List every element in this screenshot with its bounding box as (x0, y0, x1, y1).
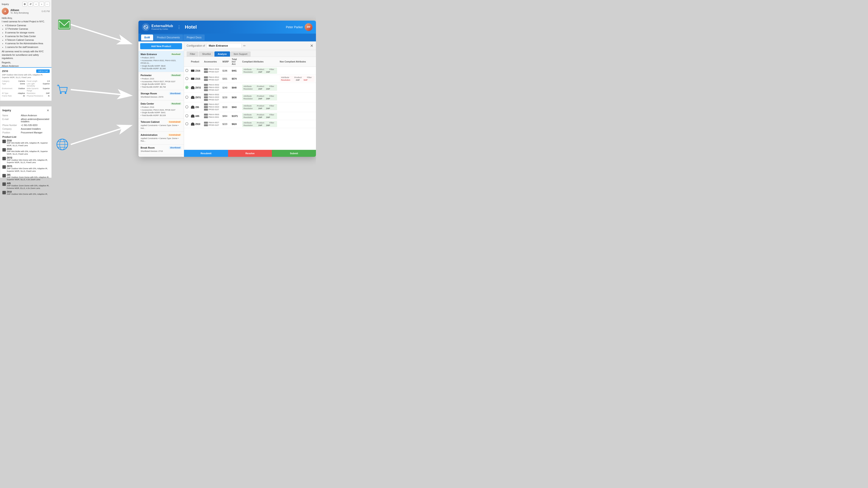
product-camera-icon (191, 86, 194, 89)
accessory-icon (204, 109, 208, 110)
product-icon (2, 174, 6, 177)
room-list-item[interactable]: Administration Constrained Applied Const… (138, 132, 184, 144)
table-row: Z315 PMAX-0512 PPOE-0107 $301$574 Attrib… (184, 75, 316, 83)
total-cell: $640 (230, 83, 241, 93)
svg-line-11 (71, 126, 130, 144)
cart-icon (56, 84, 68, 96)
email-time: 6:45 PM (42, 10, 50, 12)
product-list-item: Z85 2MP Outdoor Zoom Dome with D/N, Adap… (2, 174, 49, 181)
undo-button[interactable]: ↺ (28, 2, 33, 6)
accessory-icon (204, 124, 208, 126)
product-card-id: Z97/0 (2, 70, 8, 72)
add-new-product-button[interactable]: Add New Product (140, 43, 182, 49)
product-camera-icon (191, 78, 194, 80)
table-row: Z97/2 PMAX-0532 PMAX-0323 PPOE-0107 $240… (184, 83, 316, 93)
col-select (184, 57, 190, 67)
email-body: Hello Amy, I need cameras for a Hotel Pr… (2, 15, 50, 75)
accessory-label: PMAX-0323 (209, 86, 219, 89)
forward-button[interactable]: › (39, 2, 44, 6)
radio-button[interactable] (185, 69, 188, 72)
spec-row: Frame Rate30 (2, 95, 25, 97)
inquiry-close-button[interactable]: ✕ (46, 109, 49, 112)
tab-project-docs[interactable]: Project Docs (183, 34, 205, 40)
radio-button[interactable] (185, 114, 188, 117)
resolve-button[interactable]: Resolve (228, 150, 272, 157)
product-id: Z97/1 (195, 96, 201, 99)
svg-line-10 (71, 90, 130, 95)
accessory-label: PPOE-0107 (209, 89, 219, 91)
email-list-item: 17 Perimeter Cameras (5, 27, 50, 31)
envelope-icon (58, 20, 70, 30)
hub-project-title: Hotel (185, 24, 284, 30)
more-button[interactable]: ··· (45, 2, 50, 6)
room-list-item[interactable]: Main Entrance Resolved • Product: Z97/2•… (138, 51, 184, 72)
accessory-icon (204, 96, 208, 98)
sender-info: Allison To Amy Armstrong (10, 9, 40, 14)
submit-button[interactable]: Submit (272, 150, 316, 157)
product-icon (2, 165, 6, 169)
accessory-label: PMAX-0503 (209, 113, 219, 116)
msrp-cell: $884 (221, 112, 230, 120)
settings-button[interactable]: ⚙ (22, 2, 27, 6)
config-label: Configuration of (187, 44, 205, 47)
email-toolbar: ⚙ ↺ ‹ › ··· (22, 2, 50, 6)
product-list-item: Z316 2MP Mini Bullet with D/N, Adaptive … (2, 139, 49, 147)
config-tab-analyze[interactable]: Analyze (214, 52, 230, 57)
col-product: Product (190, 57, 203, 67)
table-row: Z85 PMAX-0527 PMAX-0323 PPOE-0107 $530$9… (184, 102, 316, 112)
spec-row: Focal Length2.8 (27, 80, 50, 82)
spec-row: Wide Dynamic RangeSuperior (27, 88, 50, 92)
hub-user: Peter Parker PP (286, 23, 312, 31)
product-card: Z97/0 Add to Cart 2MP Outdoor Mini Dome … (0, 67, 52, 101)
back-button[interactable]: ‹ (34, 2, 38, 6)
resubmit-button[interactable]: Resubmit (184, 150, 228, 157)
total-cell: $574 (230, 75, 241, 83)
add-to-cart-button[interactable]: Add to Cart (36, 69, 50, 73)
spec-row: Physical ResistanceIK (27, 95, 50, 97)
svg-point-1 (60, 92, 62, 94)
hub-window: ExternalHub Powered by Cortex ⋮ Hotel Pe… (138, 21, 316, 157)
room-list-item[interactable]: Data Center Resolved • Product: Z316• Ac… (138, 100, 184, 119)
col-accessories: Accessories (203, 57, 221, 67)
radio-button[interactable] (185, 96, 188, 99)
radio-button[interactable] (185, 105, 188, 108)
table-row: Z97/1 PMAX-0532 PMAX-0323 PPOE-0107 $230… (184, 93, 316, 102)
email-sender-row: A Allison To Amy Armstrong 6:45 PM (2, 8, 50, 15)
email-list-item: 4 Entrance Cameras (5, 24, 50, 27)
accessory-icon (204, 94, 208, 96)
total-cell: $630 (230, 93, 241, 102)
inquiry-field-row: NameAllison Anderson (2, 114, 49, 117)
config-tab-filter[interactable]: Filter (187, 52, 198, 57)
product-id: Z910 (195, 123, 200, 125)
accessory-icon (204, 103, 208, 105)
hub-menu-button[interactable]: ⋮ (177, 25, 181, 30)
accessory-label: PMAX-0527 (209, 103, 219, 105)
radio-button[interactable] (185, 77, 188, 80)
email-list-item: 8 cameras for the Data Center (5, 35, 50, 38)
product-id: Z315 (195, 78, 200, 80)
inquiry-panel: Inquiry ✕ NameAllison AndersonE-mailalli… (0, 106, 52, 178)
config-close-button[interactable]: ✕ (310, 43, 313, 48)
room-list-item[interactable]: Storage Room Shortlisted Shortlisted Dev… (138, 90, 184, 100)
accessory-icon (204, 87, 208, 89)
config-bottom-buttons: Resubmit Resolve Submit (184, 150, 316, 157)
hub-logo-title: ExternalHub (152, 24, 173, 28)
tab-product-documents[interactable]: Product Documents (154, 34, 183, 40)
config-tab-shortlist[interactable]: Shortlist (199, 52, 214, 57)
room-list-item[interactable]: Perimeter Resolved • Product: Z315• Acce… (138, 72, 184, 90)
accessory-icon (204, 122, 208, 124)
accessory-label: PMAX-0532 (209, 94, 219, 96)
config-name-input[interactable] (207, 43, 242, 48)
room-list-item[interactable]: Break Room Shortlisted Shortlisted Devic… (138, 144, 184, 155)
room-list-item[interactable]: Telecom Cabinet Constrained Applied Cons… (138, 119, 184, 131)
edit-icon[interactable]: ✏ (243, 44, 246, 47)
tab-bom[interactable]: BoM (141, 34, 153, 40)
accessory-label: PPOE-0107 (209, 79, 219, 81)
radio-button[interactable] (185, 122, 188, 125)
accessory-icon (204, 113, 208, 116)
radio-button[interactable] (185, 86, 188, 89)
config-tab-item-support[interactable]: Item Support (230, 52, 251, 57)
config-tabs: Filter Shortlist Analyze Item Support (184, 50, 316, 57)
product-icon (2, 157, 6, 160)
product-list-title: Product List (2, 135, 49, 138)
